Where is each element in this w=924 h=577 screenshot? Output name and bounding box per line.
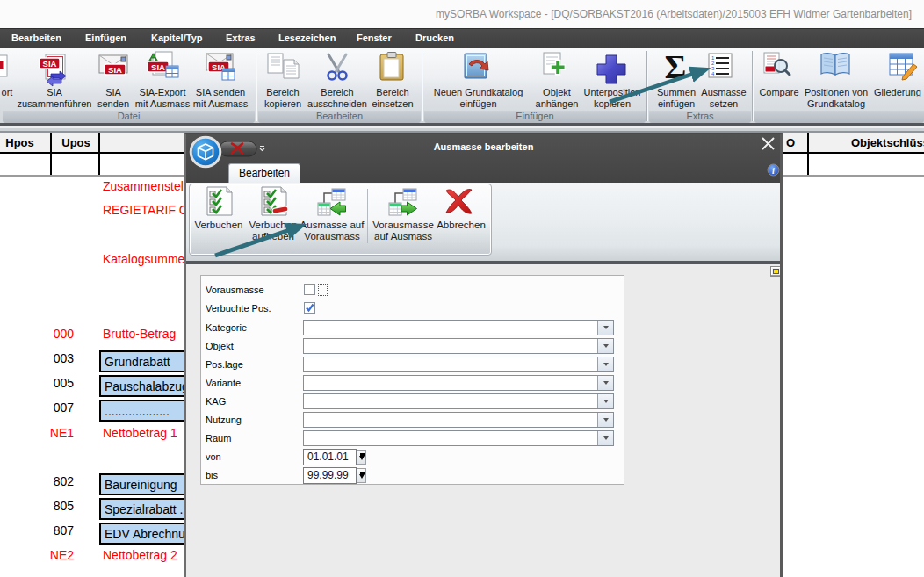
svg-text:i: i: [772, 166, 775, 176]
svg-text:SIA: SIA: [151, 62, 165, 72]
svg-text:SIA: SIA: [108, 65, 122, 75]
svg-text:SIA: SIA: [43, 59, 57, 69]
svg-text:Σ: Σ: [665, 48, 687, 85]
